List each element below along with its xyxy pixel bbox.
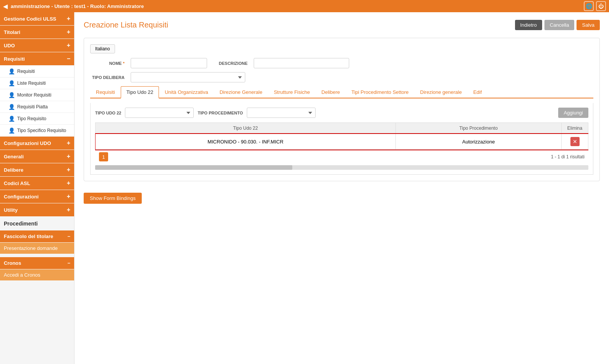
tab-content-tipo-udo-22: TIPO UDO 22 TIPO PROCEDIMENTO Aggiungi: [90, 103, 593, 175]
plus-icon: +: [67, 153, 70, 160]
tab-tipo-udo-22[interactable]: Tipo Udo 22: [121, 86, 159, 98]
indietro-button[interactable]: Indietro: [515, 20, 542, 30]
plus-icon: +: [67, 193, 70, 200]
scrollbar-thumb: [95, 165, 292, 170]
sidebar-label: Configurazioni: [4, 194, 39, 200]
form-row-tipo-delibera: TIPO DELIBERA: [90, 72, 593, 82]
app-title: amministrazione - Utente : test1 - Ruolo…: [11, 3, 144, 9]
person-icon: 👤: [8, 104, 15, 110]
plus-icon: +: [67, 206, 70, 213]
sidebar-item-requisiti[interactable]: Requisiti −: [0, 52, 74, 65]
sidebar-item-presentazione-domande[interactable]: Presentazione domande: [0, 243, 74, 254]
filter-row: TIPO UDO 22 TIPO PROCEDIMENTO Aggiungi: [95, 108, 588, 118]
procedimenti-label: Procedimenti: [0, 217, 74, 230]
sidebar-item-generali[interactable]: Generali +: [0, 150, 74, 163]
col-header-tipo-udo: Tipo Udo 22: [96, 123, 396, 134]
tipo-proc-filter-label: TIPO PROCEDIMENTO: [198, 111, 243, 115]
descrizione-label: DESCRIZIONE: [213, 61, 248, 66]
aggiungi-button[interactable]: Aggiungi: [558, 108, 588, 118]
sidebar-label: Fascicolo del titolare: [4, 234, 53, 239]
col-header-tipo-proc: Tipo Procedimento: [395, 123, 561, 134]
data-table: Tipo Udo 22 Tipo Procedimento Elimina ➜: [95, 122, 588, 150]
main-layout: Gestione Codici ULSS + Titolari + UDO + …: [0, 12, 609, 364]
table-wrapper: Tipo Udo 22 Tipo Procedimento Elimina ➜: [95, 122, 588, 170]
horizontal-scrollbar[interactable]: [95, 165, 588, 170]
sidebar-item-configurazioni[interactable]: Configurazioni +: [0, 190, 74, 203]
content-header: Creazione Lista Requisiti Indietro Cance…: [84, 20, 600, 30]
sidebar-label: Titolari: [4, 29, 20, 35]
tipo-delibera-label: TIPO DELIBERA: [90, 75, 125, 80]
page-1-button[interactable]: 1: [99, 152, 108, 161]
tipo-udo-filter-select[interactable]: [125, 108, 194, 118]
tabs-row: Requisiti Tipo Udo 22 Unità Organizzativ…: [90, 86, 593, 98]
lang-tab[interactable]: Italiano: [90, 44, 115, 53]
minus-icon: −: [67, 260, 70, 266]
sidebar-item-titolari[interactable]: Titolari +: [0, 26, 74, 39]
tab-strutture-fisiche[interactable]: Strutture Fisiche: [268, 86, 316, 98]
table-header: Tipo Udo 22 Tipo Procedimento Elimina: [96, 123, 588, 134]
tab-tipi-proc-settore[interactable]: Tipi Procedimento Settore: [346, 86, 415, 98]
sidebar-label: Delibere: [4, 167, 23, 173]
sidebar-item-configurazioni-udo[interactable]: Configurazioni UDO +: [0, 137, 74, 150]
sidebar-subitem-tipo-requisito[interactable]: 👤 Tipo Requisito: [0, 113, 74, 125]
tab-direzione-generale[interactable]: Direzione Generale: [214, 86, 268, 98]
sidebar-label: Utility: [4, 207, 18, 213]
nome-input[interactable]: [131, 58, 207, 68]
sidebar-subitem-liste-requisiti[interactable]: 👤 Liste Requisiti: [0, 77, 74, 89]
person-icon: 👤: [8, 92, 15, 98]
sidebar-label: Cronos: [4, 260, 21, 266]
col-header-elimina: Elimina: [562, 123, 588, 134]
results-info: 1 - 1 di 1 risultati: [551, 154, 585, 159]
collapse-sidebar-btn[interactable]: ◀: [3, 3, 8, 10]
salva-button[interactable]: Salva: [577, 20, 600, 30]
sidebar-subitem-requisiti[interactable]: 👤 Requisiti: [0, 66, 74, 77]
tipo-proc-filter-select[interactable]: [247, 108, 316, 118]
sidebar-label: Codici ASL: [4, 180, 30, 186]
form-row-nome: NOME * DESCRIZIONE: [90, 58, 593, 68]
sidebar: Gestione Codici ULSS + Titolari + UDO + …: [0, 12, 75, 364]
sidebar-item-udo[interactable]: UDO +: [0, 39, 74, 52]
sidebar-item-cronos[interactable]: Cronos −: [0, 257, 74, 269]
sidebar-item-delibere[interactable]: Delibere +: [0, 163, 74, 176]
tipo-delibera-select[interactable]: [131, 72, 245, 82]
minus-icon: −: [67, 55, 70, 62]
tab-direzione-generale2[interactable]: Direzione generale: [415, 86, 468, 98]
tab-unita-organizzativa[interactable]: Unità Organizzativa: [159, 86, 214, 98]
top-bar-left: ◀ amministrazione - Utente : test1 - Ruo…: [3, 3, 144, 10]
sidebar-item-utility[interactable]: Utility +: [0, 203, 74, 216]
sidebar-item-fascicolo[interactable]: Fascicolo del titolare −: [0, 230, 74, 242]
plus-icon: +: [67, 29, 70, 35]
sidebar-item-accedi-cronos[interactable]: Accedi a Cronos: [0, 269, 74, 280]
table-row: ➜ MICRONIDO - 90.030. - INF.MICR Autoriz…: [96, 134, 588, 150]
header-buttons: Indietro Cancella Salva: [515, 20, 600, 30]
cancella-button[interactable]: Cancella: [544, 20, 575, 30]
globe-icon-btn[interactable]: 🌐: [584, 1, 594, 11]
plus-icon: +: [67, 180, 70, 187]
content-area: Creazione Lista Requisiti Indietro Cance…: [75, 12, 609, 364]
sidebar-label: Configurazioni UDO: [4, 140, 51, 146]
cell-elimina: ✕: [562, 134, 588, 150]
sidebar-label: Generali: [4, 154, 24, 159]
sidebar-item-gestione-codici-ulss[interactable]: Gestione Codici ULSS +: [0, 12, 74, 25]
power-icon-btn[interactable]: ⏻: [596, 1, 606, 11]
table-body: ➜ MICRONIDO - 90.030. - INF.MICR Autoriz…: [96, 134, 588, 150]
delete-row-button[interactable]: ✕: [570, 137, 580, 146]
cell-tipo-udo: ➜ MICRONIDO - 90.030. - INF.MICR: [96, 134, 396, 150]
descrizione-input[interactable]: [254, 58, 349, 68]
person-icon: 👤: [8, 127, 15, 134]
sidebar-subitem-requisiti-piatta[interactable]: 👤 Requisiti Piatta: [0, 101, 74, 113]
sidebar-item-codici-asl[interactable]: Codici ASL +: [0, 177, 74, 190]
show-form-bindings-button[interactable]: Show Form Bindings: [84, 193, 142, 204]
cell-tipo-proc: Autorizzazione: [395, 134, 561, 150]
tab-edif[interactable]: Edif: [468, 86, 488, 98]
sidebar-label: Requisiti: [4, 56, 25, 62]
plus-icon: +: [67, 42, 70, 49]
tab-requisiti[interactable]: Requisiti: [90, 86, 121, 98]
nome-label: NOME *: [90, 61, 125, 66]
plus-icon: +: [67, 166, 70, 173]
sidebar-subitem-monitor-requisiti[interactable]: 👤 Monitor Requisiti: [0, 89, 74, 101]
tipo-delibera-wrapper: [131, 72, 245, 82]
tab-delibere[interactable]: Delibere: [316, 86, 345, 98]
sidebar-subitem-tipo-specifico-requisito[interactable]: 👤 Tipo Specifico Requisito: [0, 125, 74, 137]
page-title: Creazione Lista Requisiti: [84, 21, 168, 29]
